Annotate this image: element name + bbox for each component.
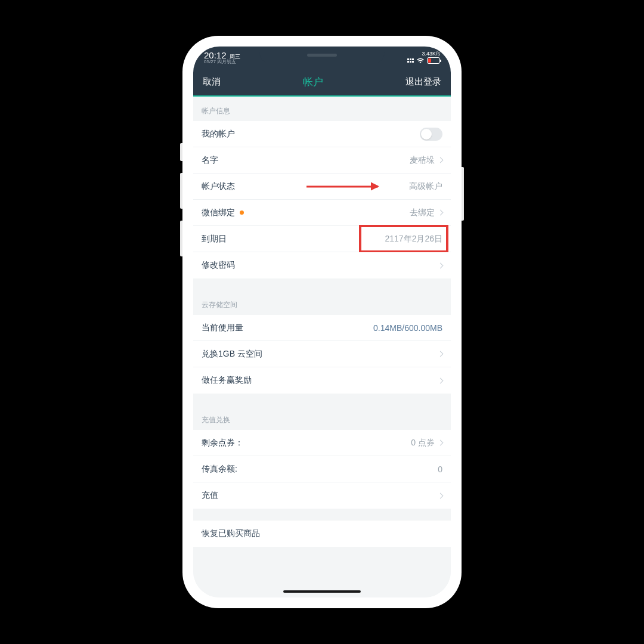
fax-label: 传真余额: (202, 464, 237, 475)
row-tasks[interactable]: 做任务赢奖励 (193, 367, 451, 394)
row-restore[interactable]: 恢复已购买商品 (193, 521, 451, 547)
expiry-label: 到期日 (202, 234, 227, 244)
fax-value: 0 (438, 465, 442, 474)
volume-up (180, 173, 182, 209)
row-recharge[interactable]: 充值 (193, 482, 451, 509)
home-indicator[interactable] (283, 590, 361, 593)
chevron-icon (438, 262, 444, 268)
row-redeem-1gb[interactable]: 兑换1GB 云空间 (193, 341, 451, 367)
section-header-account: 帐户信息 (193, 97, 451, 121)
chevron-icon (438, 351, 444, 357)
row-my-account[interactable]: 我的帐户 (193, 121, 451, 147)
row-points[interactable]: 剩余点券： 0 点券 (193, 430, 451, 456)
my-account-label: 我的帐户 (202, 129, 235, 140)
status-label: 帐户状态 (202, 181, 235, 192)
section-header-cloud: 云存储空间 (193, 290, 451, 315)
speaker (307, 54, 337, 57)
chevron-icon (438, 157, 444, 163)
arrow-annotation (306, 185, 378, 187)
logout-button[interactable]: 退出登录 (405, 76, 441, 88)
nav-bar: 取消 帐户 退出登录 (193, 68, 451, 97)
volume-down (180, 221, 182, 256)
section-restore: 恢复已购买商品 (193, 521, 451, 547)
chevron-icon (438, 210, 444, 216)
row-fax[interactable]: 传真余额: 0 (193, 456, 451, 482)
row-change-password[interactable]: 修改密码 (193, 252, 451, 278)
recharge-label: 充值 (202, 490, 218, 501)
status-date: 05/27 四月初五 (204, 60, 240, 64)
power-button (462, 167, 464, 221)
row-account-status[interactable]: 帐户状态 高级帐户 (193, 174, 451, 200)
tasks-label: 做任务赢奖励 (202, 375, 252, 386)
row-usage[interactable]: 当前使用量 0.14MB/600.00MB (193, 315, 451, 341)
section-account-info: 帐户信息 我的帐户 名字 麦秸垛 帐户状态 高级帐户 (193, 97, 451, 278)
changepw-label: 修改密码 (202, 260, 235, 271)
status-time: 20:12 (204, 50, 227, 60)
chevron-icon (438, 493, 444, 499)
account-toggle[interactable] (420, 128, 442, 141)
row-wechat[interactable]: 微信绑定 去绑定 (193, 200, 451, 226)
wechat-value: 去绑定 (410, 208, 435, 218)
cancel-button[interactable]: 取消 (203, 76, 221, 88)
points-label: 剩余点券： (202, 438, 243, 448)
section-cloud: 云存储空间 当前使用量 0.14MB/600.00MB 兑换1GB 云空间 做任… (193, 290, 451, 394)
row-name[interactable]: 名字 麦秸垛 (193, 147, 451, 174)
redeem-label: 兑换1GB 云空间 (202, 349, 262, 360)
section-header-recharge: 充值兑换 (193, 405, 451, 430)
points-value: 0 点券 (411, 438, 435, 448)
net-speed: 3.43K/s (422, 51, 440, 57)
wechat-label: 微信绑定 (202, 208, 235, 218)
battery-icon (427, 57, 440, 64)
screen: 20:12 周三 05/27 四月初五 3.43K/s (193, 47, 451, 597)
name-label: 名字 (202, 155, 218, 166)
usage-label: 当前使用量 (202, 323, 243, 333)
mute-switch (180, 143, 182, 161)
row-expiry[interactable]: 到期日 2117年2月26日 (193, 226, 451, 252)
restore-label: 恢复已购买商品 (202, 528, 260, 539)
dot-icon (240, 210, 244, 215)
status-weekday: 周三 (230, 54, 240, 60)
usage-value: 0.14MB/600.00MB (373, 323, 442, 333)
content-scroll[interactable]: 帐户信息 我的帐户 名字 麦秸垛 帐户状态 高级帐户 (193, 97, 451, 597)
chevron-icon (438, 377, 444, 383)
expiry-value: 2117年2月26日 (385, 234, 442, 244)
status-value: 高级帐户 (409, 181, 442, 192)
signal-icon (407, 58, 414, 63)
phone-frame: 20:12 周三 05/27 四月初五 3.43K/s (182, 36, 462, 608)
page-title: 帐户 (303, 75, 323, 89)
wifi-icon (416, 58, 425, 64)
name-value: 麦秸垛 (410, 155, 435, 166)
chevron-icon (438, 440, 444, 446)
section-recharge: 充值兑换 剩余点券： 0 点券 传真余额: 0 充值 (193, 405, 451, 509)
notch (259, 47, 385, 63)
